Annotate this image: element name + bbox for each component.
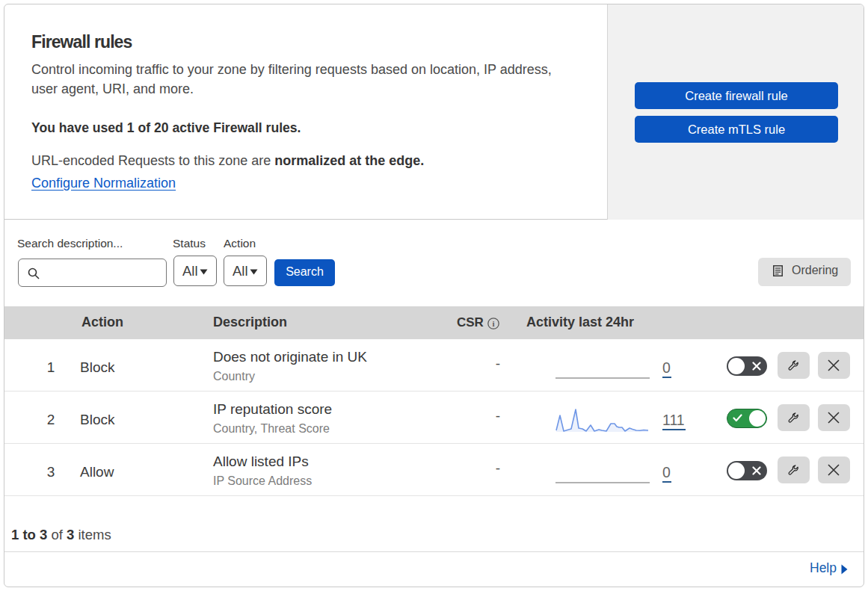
svg-text:i: i [492,319,494,328]
